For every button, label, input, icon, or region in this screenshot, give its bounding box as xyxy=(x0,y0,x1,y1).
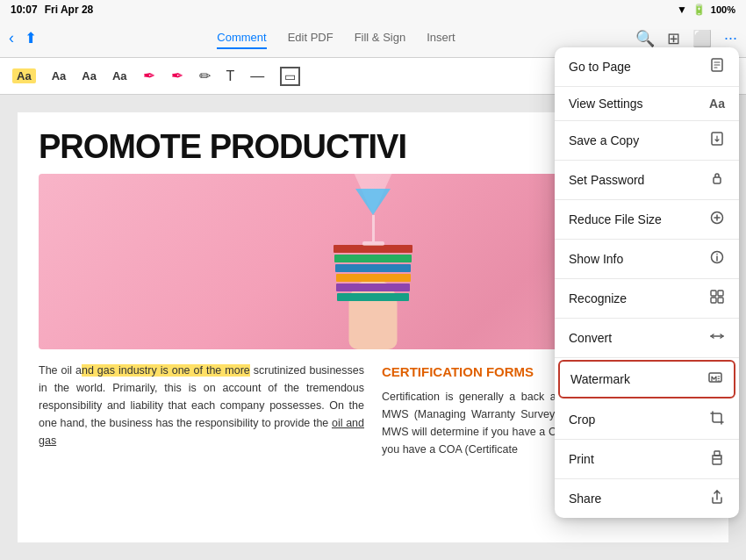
eraser-tool[interactable]: ✏ xyxy=(199,68,211,84)
pdf-text-left: The oil and gas industry is one of the m… xyxy=(39,362,364,458)
menu-label-share: Share xyxy=(569,492,601,506)
menu-item-show-info[interactable]: Show Info xyxy=(555,240,739,279)
menu-label-reduce-file-size: Reduce File Size xyxy=(569,212,662,226)
pen-tool-1[interactable]: ✒ xyxy=(143,67,155,85)
menu-label-save-a-copy: Save a Copy xyxy=(569,133,639,147)
pen-tool-2[interactable]: ✒ xyxy=(171,67,183,85)
menu-label-set-password: Set Password xyxy=(569,173,644,187)
menu-item-share[interactable]: Share xyxy=(555,479,739,518)
main-content: PROMOTE PRODUCTIVI xyxy=(0,95,746,560)
status-left: 10:07 Fri Apr 28 xyxy=(11,4,93,16)
menu-label-convert: Convert xyxy=(569,331,612,345)
view-settings-icon: Aa xyxy=(709,97,725,111)
go-to-page-icon xyxy=(709,57,725,76)
books-illustration xyxy=(334,245,412,301)
toolbar-right: 🔍 ⊞ ⬜ ··· xyxy=(635,29,737,48)
menu-item-recognize[interactable]: Recognize xyxy=(555,279,739,319)
password-icon xyxy=(709,170,725,190)
glass-illustration xyxy=(351,174,395,246)
underlined-text: oil and gas xyxy=(39,417,364,447)
convert-icon xyxy=(709,328,725,348)
crop-icon xyxy=(709,410,725,429)
svg-rect-6 xyxy=(711,291,716,296)
print-icon xyxy=(709,449,725,469)
tab-comment[interactable]: Comment xyxy=(217,27,266,49)
battery-icon: 🔋 xyxy=(692,4,706,16)
svg-rect-8 xyxy=(711,298,716,303)
dropdown-menu: Go to Page View Settings Aa Save a Copy … xyxy=(555,47,739,518)
more-button[interactable]: ··· xyxy=(724,29,737,47)
reduce-size-icon xyxy=(709,210,725,229)
shape-tool[interactable]: ▭ xyxy=(280,67,300,86)
tab-insert[interactable]: Insert xyxy=(427,27,455,49)
display-icon[interactable]: ⬜ xyxy=(692,29,712,48)
highlighted-text: nd gas industry is one of the more xyxy=(82,364,250,377)
back-button[interactable]: ‹ xyxy=(9,29,14,47)
tab-fill-sign[interactable]: Fill & Sign xyxy=(355,27,406,49)
search-icon[interactable]: 🔍 xyxy=(635,29,655,48)
svg-point-13 xyxy=(721,456,722,458)
info-icon xyxy=(709,249,725,269)
text-highlight-tool-2[interactable]: Aa xyxy=(52,69,67,83)
menu-item-crop[interactable]: Crop xyxy=(555,400,739,440)
svg-rect-12 xyxy=(714,451,720,456)
menu-item-reduce-file-size[interactable]: Reduce File Size xyxy=(555,200,739,240)
menu-label-show-info: Show Info xyxy=(569,252,623,266)
toolbar-left: ‹ ⬆ xyxy=(9,29,37,47)
menu-label-print: Print xyxy=(569,452,594,466)
menu-item-watermark[interactable]: Watermark xyxy=(558,360,735,398)
menu-label-watermark: Watermark xyxy=(570,372,630,386)
svg-rect-7 xyxy=(718,291,723,296)
svg-rect-11 xyxy=(713,459,721,464)
menu-label-crop: Crop xyxy=(569,413,595,427)
svg-point-5 xyxy=(716,254,718,255)
text-highlight-tool-1[interactable]: Aa xyxy=(12,68,36,83)
menu-item-set-password[interactable]: Set Password xyxy=(555,161,739,200)
menu-item-print[interactable]: Print xyxy=(555,440,739,479)
grid-icon[interactable]: ⊞ xyxy=(667,29,680,48)
text-highlight-tool-4[interactable]: Aa xyxy=(112,69,127,83)
status-right: ▼ 🔋 100% xyxy=(677,4,735,16)
share-icon xyxy=(709,489,725,508)
text-tool[interactable]: T xyxy=(226,68,235,84)
menu-item-save-a-copy[interactable]: Save a Copy xyxy=(555,121,739,161)
svg-rect-9 xyxy=(718,298,723,303)
battery-level: 100% xyxy=(711,4,735,15)
save-copy-icon xyxy=(709,131,725,150)
menu-item-go-to-page[interactable]: Go to Page xyxy=(555,47,739,87)
menu-label-go-to-page: Go to Page xyxy=(569,60,631,74)
status-day: Fri Apr 28 xyxy=(45,4,94,16)
toolbar-tabs: Comment Edit PDF Fill & Sign Insert xyxy=(217,27,455,49)
menu-item-view-settings[interactable]: View Settings Aa xyxy=(555,87,739,121)
menu-label-recognize: Recognize xyxy=(569,291,627,305)
watermark-icon xyxy=(707,370,723,389)
svg-rect-2 xyxy=(714,177,721,183)
wifi-icon: ▼ xyxy=(677,4,687,16)
text-highlight-tool-3[interactable]: Aa xyxy=(82,69,97,83)
menu-label-view-settings: View Settings xyxy=(569,97,643,111)
status-bar: 10:07 Fri Apr 28 ▼ 🔋 100% xyxy=(0,0,746,19)
menu-item-convert[interactable]: Convert xyxy=(555,319,739,358)
status-time: 10:07 xyxy=(11,4,38,16)
tab-edit-pdf[interactable]: Edit PDF xyxy=(288,27,334,49)
share-button[interactable]: ⬆ xyxy=(25,29,37,47)
line-tool[interactable]: — xyxy=(250,68,264,84)
recognize-icon xyxy=(709,289,725,308)
